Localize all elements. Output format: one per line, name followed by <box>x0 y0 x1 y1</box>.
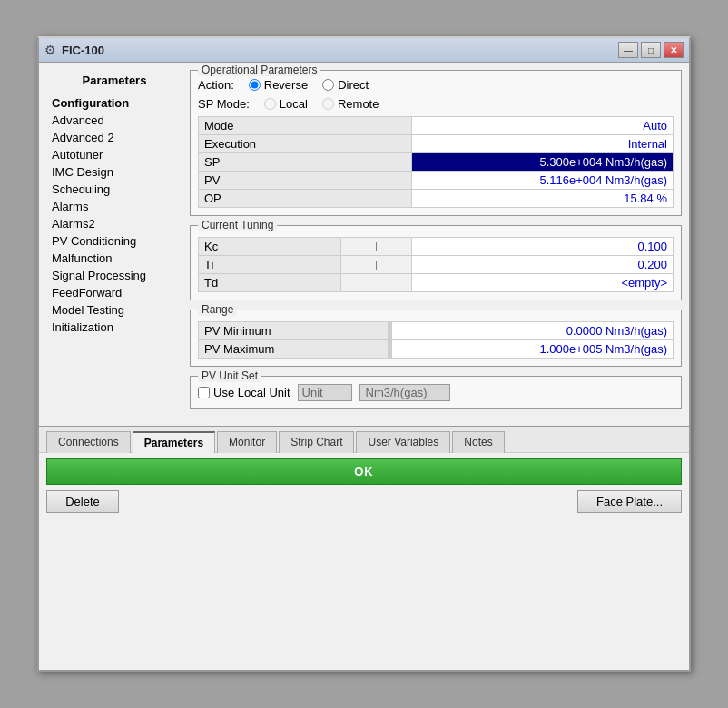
mode-label-cell: Mode <box>199 117 412 135</box>
tab-strip-chart[interactable]: Strip Chart <box>279 431 354 453</box>
sidebar-item-alarms[interactable]: Alarms <box>46 198 182 215</box>
ti-slider[interactable]: | <box>340 256 411 274</box>
action-row: Action: Reverse Direct <box>198 78 674 92</box>
table-row: OP 15.84 % <box>199 190 674 208</box>
reverse-radio[interactable] <box>249 79 261 91</box>
title-buttons: — □ ✕ <box>618 42 684 58</box>
right-panel: Operational Parameters Action: Reverse D… <box>190 70 682 418</box>
table-row: PV Minimum 0.0000 Nm3/h(gas) <box>199 322 674 340</box>
use-local-unit-checkbox-item[interactable]: Use Local Unit <box>198 386 290 399</box>
pv-min-value[interactable]: 0.0000 Nm3/h(gas) <box>392 322 674 340</box>
tuning-table: Kc | 0.100 Ti | 0.200 Td <empty> <box>198 237 674 292</box>
delete-button[interactable]: Delete <box>46 490 119 513</box>
pv-unit-group: PV Unit Set Use Local Unit <box>190 376 682 409</box>
local-radio[interactable] <box>264 98 276 110</box>
sp-mode-row: SP Mode: Local Remote <box>198 97 674 111</box>
sp-label-cell: SP <box>199 153 412 172</box>
main-content: Parameters Configuration Advanced Advanc… <box>39 63 689 426</box>
sidebar-item-model-testing[interactable]: Model Testing <box>46 301 182 319</box>
td-slider[interactable] <box>340 274 411 292</box>
face-plate-button[interactable]: Face Plate... <box>577 490 682 513</box>
unit-value-input[interactable] <box>359 384 450 401</box>
td-value[interactable]: <empty> <box>412 274 674 292</box>
pv-unit-title: PV Unit Set <box>198 369 261 382</box>
action-label: Action: <box>198 78 234 92</box>
direct-radio-item[interactable]: Direct <box>322 78 369 92</box>
sidebar-item-feedforward[interactable]: FeedForward <box>46 284 182 301</box>
ti-value[interactable]: 0.200 <box>412 256 674 274</box>
unit-input[interactable] <box>298 384 352 401</box>
pv-max-label: PV Maximum <box>199 340 389 359</box>
action-radio-group: Reverse Direct <box>249 78 369 92</box>
close-button[interactable]: ✕ <box>664 42 684 58</box>
pv-min-label: PV Minimum <box>199 322 389 340</box>
pv-max-value[interactable]: 1.000e+005 Nm3/h(gas) <box>392 340 674 359</box>
sidebar-item-advanced2[interactable]: Advanced 2 <box>46 129 182 146</box>
reverse-radio-item[interactable]: Reverse <box>249 78 308 92</box>
sidebar-item-imc-design[interactable]: IMC Design <box>46 163 182 181</box>
table-row: Ti | 0.200 <box>199 256 674 274</box>
sidebar-item-alarms2[interactable]: Alarms2 <box>46 215 182 232</box>
sp-mode-label: SP Mode: <box>198 97 250 111</box>
op-params-title: Operational Parameters <box>198 64 320 76</box>
op-label-cell: OP <box>199 190 412 208</box>
local-radio-item[interactable]: Local <box>264 97 308 111</box>
remote-label: Remote <box>338 97 379 111</box>
kc-label: Kc <box>199 238 341 256</box>
tab-monitor[interactable]: Monitor <box>217 431 277 453</box>
kc-slider[interactable]: | <box>340 238 411 256</box>
mode-value-cell[interactable]: Auto <box>412 117 674 135</box>
main-window: ⚙ FIC-100 — □ ✕ Parameters Configuration… <box>37 36 691 672</box>
table-row: SP 5.300e+004 Nm3/h(gas) <box>199 153 674 172</box>
op-value-cell[interactable]: 15.84 % <box>412 190 674 208</box>
direct-label: Direct <box>338 78 369 92</box>
range-group: Range PV Minimum 0.0000 Nm3/h(gas) PV Ma… <box>190 310 682 367</box>
table-row: Td <empty> <box>199 274 674 292</box>
tuning-title: Current Tuning <box>198 219 277 231</box>
table-row: PV Maximum 1.000e+005 Nm3/h(gas) <box>199 340 674 359</box>
table-row: Kc | 0.100 <box>199 238 674 256</box>
sidebar-item-pv-conditioning[interactable]: PV Conditioning <box>46 232 182 250</box>
execution-label-cell: Execution <box>199 135 412 153</box>
sp-value-cell[interactable]: 5.300e+004 Nm3/h(gas) <box>412 153 674 172</box>
remote-radio-item[interactable]: Remote <box>322 97 379 111</box>
pv-value-cell[interactable]: 5.116e+004 Nm3/h(gas) <box>412 172 674 190</box>
sidebar-item-malfunction[interactable]: Malfunction <box>46 250 182 267</box>
bottom-bar: OK Delete Face Plate... <box>39 452 689 518</box>
sidebar-item-advanced[interactable]: Advanced <box>46 112 182 129</box>
use-local-unit-label: Use Local Unit <box>213 386 290 399</box>
kc-value[interactable]: 0.100 <box>412 238 674 256</box>
tab-connections[interactable]: Connections <box>46 431 131 453</box>
sidebar-item-signal-processing[interactable]: Signal Processing <box>46 267 182 284</box>
restore-button[interactable]: □ <box>641 42 661 58</box>
app-icon: ⚙ <box>44 43 56 57</box>
range-table: PV Minimum 0.0000 Nm3/h(gas) PV Maximum … <box>198 321 674 359</box>
range-title: Range <box>198 303 237 316</box>
local-label: Local <box>280 97 308 111</box>
sidebar: Parameters Configuration Advanced Advanc… <box>46 70 182 418</box>
execution-value-cell[interactable]: Internal <box>412 135 674 153</box>
reverse-label: Reverse <box>264 78 308 92</box>
tab-user-variables[interactable]: User Variables <box>356 431 450 453</box>
remote-radio[interactable] <box>322 98 334 110</box>
use-local-unit-checkbox[interactable] <box>198 387 210 398</box>
sp-mode-radio-group: Local Remote <box>264 97 379 111</box>
current-tuning-group: Current Tuning Kc | 0.100 Ti | 0.200 Td <box>190 225 682 300</box>
td-label: Td <box>199 274 341 292</box>
tab-notes[interactable]: Notes <box>452 431 504 453</box>
tabs-bar: Connections Parameters Monitor Strip Cha… <box>39 426 689 452</box>
tab-parameters[interactable]: Parameters <box>133 431 215 453</box>
table-row: PV 5.116e+004 Nm3/h(gas) <box>199 172 674 190</box>
direct-radio[interactable] <box>322 79 334 91</box>
sidebar-item-configuration[interactable]: Configuration <box>46 94 182 112</box>
ok-button[interactable]: OK <box>46 458 682 485</box>
sidebar-item-scheduling[interactable]: Scheduling <box>46 181 182 198</box>
operational-params-group: Operational Parameters Action: Reverse D… <box>190 70 682 216</box>
minimize-button[interactable]: — <box>618 42 638 58</box>
title-bar: ⚙ FIC-100 — □ ✕ <box>39 38 689 63</box>
pv-label-cell: PV <box>199 172 412 190</box>
sidebar-item-autotuner[interactable]: Autotuner <box>46 146 182 163</box>
ti-label: Ti <box>199 256 341 274</box>
sidebar-item-initialization[interactable]: Initialization <box>46 319 182 336</box>
bottom-buttons: Delete Face Plate... <box>46 490 682 513</box>
